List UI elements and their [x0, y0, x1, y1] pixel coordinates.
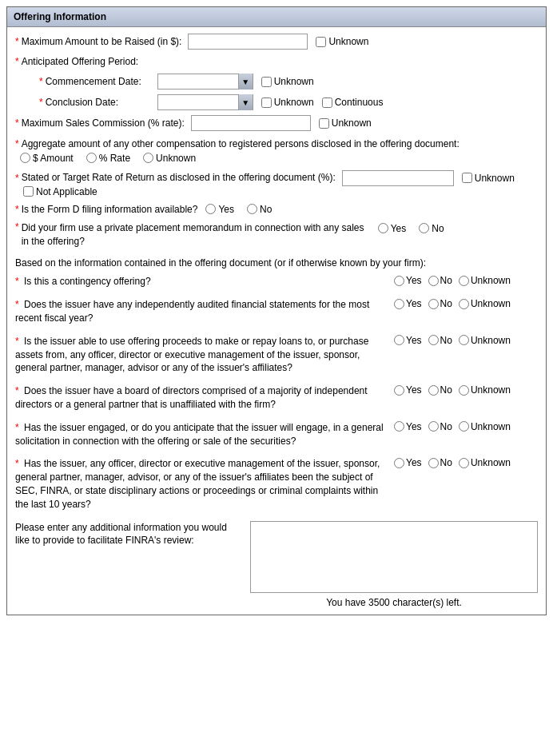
private-placement-row: * Did your firm use a private placement … — [15, 221, 538, 249]
private-placement-yes-radio[interactable] — [378, 223, 388, 233]
stated-target-na-checkbox[interactable] — [23, 186, 34, 197]
additional-info-textarea[interactable] — [250, 521, 538, 593]
q3-unknown-label: Unknown — [471, 335, 511, 346]
q3-text: * Is the issuer able to use offering pro… — [15, 335, 394, 375]
q6-unknown-radio[interactable] — [459, 458, 469, 468]
aggregate-rate-radio[interactable] — [86, 153, 97, 163]
commencement-date-input[interactable] — [158, 74, 238, 89]
q5-unknown-radio[interactable] — [459, 421, 469, 432]
commencement-date-wrapper: ▼ — [157, 74, 253, 90]
required-star-commencement: * — [39, 76, 43, 87]
form-body: * Maximum Amount to be Raised (in $): Un… — [7, 27, 546, 615]
max-commission-unknown-label: Unknown — [332, 117, 372, 129]
conclusion-continuous-checkbox[interactable] — [322, 97, 332, 108]
aggregate-unknown-radio[interactable] — [143, 153, 153, 163]
q1-no-radio[interactable] — [428, 276, 439, 286]
form-d-yes-radio[interactable] — [205, 204, 216, 214]
q6-yes-radio[interactable] — [394, 458, 404, 468]
conclusion-date-picker-button[interactable]: ▼ — [238, 94, 253, 110]
q6-no-group: No — [428, 457, 452, 468]
max-amount-input[interactable] — [188, 34, 308, 50]
max-commission-input[interactable] — [191, 115, 311, 131]
q1-unknown-radio[interactable] — [459, 276, 469, 286]
required-star-q6: * — [15, 458, 19, 469]
q6-radios: Yes No Unknown — [394, 457, 538, 468]
max-amount-row: * Maximum Amount to be Raised (in $): Un… — [15, 34, 538, 50]
q4-no-radio[interactable] — [428, 385, 439, 396]
q5-no-group: No — [428, 421, 452, 432]
q1-yes-group: Yes — [394, 275, 422, 286]
q2-radios: Yes No Unknown — [394, 298, 538, 309]
commencement-row: * Commencement Date: ▼ Unknown — [15, 74, 538, 90]
conclusion-date-input[interactable] — [158, 95, 238, 109]
aggregate-amount-label: $ Amount — [33, 153, 74, 164]
q2-yes-group: Yes — [394, 298, 422, 309]
form-d-no-label: No — [260, 204, 272, 215]
q2-yes-radio[interactable] — [394, 299, 404, 309]
aggregate-unknown-group: Unknown — [143, 153, 204, 164]
q1-unknown-group: Unknown — [459, 275, 511, 286]
char-count: You have 3500 character(s) left. — [250, 597, 538, 608]
q4-unknown-radio[interactable] — [459, 385, 469, 396]
max-commission-unknown-group: Unknown — [319, 117, 372, 129]
conclusion-unknown-checkbox[interactable] — [261, 97, 272, 108]
required-star-formd: * — [15, 204, 19, 215]
q1-label: Is this a contingency offering? — [24, 276, 151, 287]
q3-yes-radio[interactable] — [394, 335, 404, 345]
textarea-wrapper: You have 3500 character(s) left. — [250, 521, 538, 608]
commencement-unknown-group: Unknown — [261, 76, 314, 87]
max-amount-unknown-checkbox[interactable] — [316, 37, 326, 47]
q5-block: * Has the issuer engaged, or do you anti… — [15, 421, 538, 448]
form-d-yes-group: Yes — [205, 204, 242, 215]
conclusion-date-wrapper: ▼ — [157, 94, 253, 110]
q4-no-label: No — [440, 384, 452, 396]
q3-yes-group: Yes — [394, 335, 422, 346]
form-d-no-radio[interactable] — [247, 204, 257, 214]
max-commission-unknown-checkbox[interactable] — [319, 118, 329, 129]
aggregate-unknown-label: Unknown — [156, 153, 196, 164]
q5-yes-radio[interactable] — [394, 421, 404, 432]
form-d-label: Is the Form D filing information availab… — [22, 204, 198, 215]
anticipated-period-row: * Anticipated Offering Period: — [15, 56, 538, 67]
q5-unknown-group: Unknown — [459, 421, 511, 432]
required-star-anticipated: * — [15, 56, 19, 67]
stated-target-na-group: Not Applicable — [23, 186, 97, 197]
q6-no-radio[interactable] — [428, 458, 439, 468]
q2-unknown-radio[interactable] — [459, 299, 469, 309]
q4-text: * Does the issuer have a board of direct… — [15, 384, 394, 412]
q1-yes-radio[interactable] — [394, 276, 404, 286]
commencement-date-picker-button[interactable]: ▼ — [238, 74, 253, 90]
q6-yes-label: Yes — [406, 457, 422, 468]
q2-block: * Does the issuer have any independently… — [15, 298, 538, 325]
commencement-label: Commencement Date: — [46, 76, 157, 87]
commencement-unknown-checkbox[interactable] — [261, 77, 272, 87]
aggregate-rate-label: % Rate — [99, 153, 130, 164]
required-star-q2: * — [15, 299, 19, 310]
q4-yes-group: Yes — [394, 384, 422, 396]
q3-no-radio[interactable] — [428, 335, 439, 345]
stated-target-unknown-checkbox[interactable] — [462, 173, 472, 183]
q4-yes-label: Yes — [406, 384, 422, 396]
q3-no-group: No — [428, 335, 452, 346]
q5-no-radio[interactable] — [428, 421, 439, 432]
q3-unknown-radio[interactable] — [459, 335, 469, 345]
q2-unknown-group: Unknown — [459, 298, 511, 309]
max-amount-label: Maximum Amount to be Raised (in $): — [22, 36, 182, 47]
q4-block: * Does the issuer have a board of direct… — [15, 384, 538, 412]
q2-no-radio[interactable] — [428, 299, 439, 309]
required-star-q3: * — [15, 336, 19, 347]
private-placement-yes-label: Yes — [391, 223, 407, 234]
private-placement-no-radio[interactable] — [419, 223, 429, 233]
required-star-commission: * — [15, 117, 19, 129]
required-star-conclusion: * — [39, 97, 43, 108]
private-placement-label: Did your firm use a private placement me… — [22, 221, 365, 249]
form-d-row: * Is the Form D filing information avail… — [15, 204, 538, 215]
q5-text: * Has the issuer engaged, or do you anti… — [15, 421, 394, 448]
section-header: Offering Information — [7, 7, 546, 27]
stated-target-input[interactable] — [342, 170, 454, 186]
q4-yes-radio[interactable] — [394, 385, 404, 396]
q5-unknown-label: Unknown — [471, 421, 511, 432]
q3-unknown-group: Unknown — [459, 335, 511, 346]
aggregate-amount-radio[interactable] — [20, 153, 30, 163]
q1-yes-label: Yes — [406, 275, 422, 286]
